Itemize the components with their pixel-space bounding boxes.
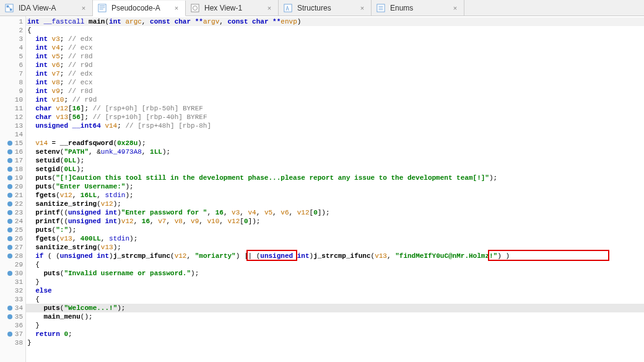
code-line[interactable]: int v9; // r8d bbox=[26, 87, 644, 95]
code-line[interactable]: } bbox=[26, 321, 644, 330]
gutter[interactable]: 1234567891011121314151617181920212223242… bbox=[0, 16, 26, 362]
gutter-row[interactable]: 14 bbox=[0, 130, 25, 139]
code-line[interactable]: int __fastcall main(int argc, const char… bbox=[26, 17, 644, 26]
breakpoint-marker[interactable] bbox=[7, 288, 12, 293]
close-icon[interactable]: × bbox=[451, 4, 459, 12]
gutter-row[interactable]: 37 bbox=[0, 330, 25, 338]
close-icon[interactable]: × bbox=[266, 4, 273, 12]
code-line[interactable]: int v5; // r8d bbox=[26, 52, 644, 61]
tab-hex-view-1[interactable]: Hex View-1× bbox=[186, 0, 279, 15]
breakpoint-marker[interactable] bbox=[7, 201, 12, 206]
gutter-row[interactable]: 1 bbox=[0, 17, 25, 26]
breakpoint-marker[interactable] bbox=[7, 314, 12, 319]
gutter-row[interactable]: 9 bbox=[0, 87, 25, 95]
code-line[interactable]: puts("Enter Username:"); bbox=[26, 182, 644, 191]
code-line[interactable]: { bbox=[26, 295, 644, 304]
breakpoint-marker[interactable] bbox=[7, 167, 12, 172]
breakpoint-marker[interactable] bbox=[7, 132, 12, 137]
code-line[interactable]: else bbox=[26, 286, 644, 295]
code-line[interactable]: } bbox=[26, 278, 644, 286]
code-line[interactable]: int v6; // r9d bbox=[26, 61, 644, 69]
gutter-row[interactable]: 17 bbox=[0, 156, 25, 165]
gutter-row[interactable]: 5 bbox=[0, 52, 25, 61]
code-line[interactable]: fgets(v12, 16LL, stdin); bbox=[26, 191, 644, 200]
breakpoint-marker[interactable] bbox=[11, 63, 16, 68]
gutter-row[interactable]: 19 bbox=[0, 174, 25, 182]
breakpoint-marker[interactable] bbox=[11, 71, 16, 76]
close-icon[interactable]: × bbox=[80, 4, 87, 12]
code-line[interactable]: return 0; bbox=[26, 330, 644, 338]
breakpoint-marker[interactable] bbox=[7, 236, 12, 241]
code-line[interactable]: int v10; // r9d bbox=[26, 95, 644, 104]
gutter-row[interactable]: 11 bbox=[0, 104, 25, 113]
breakpoint-marker[interactable] bbox=[7, 115, 12, 120]
breakpoint-marker[interactable] bbox=[7, 340, 12, 345]
code-line[interactable]: sanitize_string(v13); bbox=[26, 243, 644, 252]
tab-enums[interactable]: Enums× bbox=[372, 0, 464, 15]
breakpoint-marker[interactable] bbox=[7, 254, 12, 258]
code-line[interactable]: int v3; // edx bbox=[26, 35, 644, 43]
code-line[interactable]: int v4; // ecx bbox=[26, 43, 644, 52]
gutter-row[interactable]: 10 bbox=[0, 95, 25, 104]
breakpoint-marker[interactable] bbox=[7, 175, 12, 180]
breakpoint-marker[interactable] bbox=[7, 332, 12, 337]
gutter-row[interactable]: 20 bbox=[0, 182, 25, 191]
code-line[interactable]: printf((unsigned int)"Enter password for… bbox=[26, 208, 644, 217]
breakpoint-marker[interactable] bbox=[7, 280, 12, 285]
code-line[interactable]: if ( (unsigned int)j_strcmp_ifunc(v12, "… bbox=[26, 252, 644, 260]
code-line[interactable]: unsigned __int64 v14; // [rsp+48h] [rbp-… bbox=[26, 121, 644, 130]
gutter-row[interactable]: 8 bbox=[0, 78, 25, 87]
code-line[interactable]: setuid(0LL); bbox=[26, 156, 644, 165]
gutter-row[interactable]: 3 bbox=[0, 35, 25, 43]
code-line[interactable]: sanitize_string(v12); bbox=[26, 200, 644, 208]
breakpoint-marker[interactable] bbox=[11, 45, 16, 50]
gutter-row[interactable]: 28 bbox=[0, 252, 25, 260]
code-line[interactable]: puts("Invalid username or password."); bbox=[26, 269, 644, 278]
gutter-row[interactable]: 26 bbox=[0, 234, 25, 243]
gutter-row[interactable]: 33 bbox=[0, 295, 25, 304]
breakpoint-marker[interactable] bbox=[11, 28, 16, 33]
gutter-row[interactable]: 15 bbox=[0, 139, 25, 148]
tab-pseudocode-a[interactable]: Pseudocode-A× bbox=[93, 1, 186, 16]
breakpoint-marker[interactable] bbox=[11, 54, 16, 59]
tab-ida-view-a[interactable]: IDA View-A× bbox=[0, 0, 93, 15]
code-line[interactable]: int v8; // ecx bbox=[26, 78, 644, 87]
breakpoint-marker[interactable] bbox=[7, 210, 12, 215]
gutter-row[interactable]: 18 bbox=[0, 165, 25, 174]
gutter-row[interactable]: 4 bbox=[0, 43, 25, 52]
gutter-row[interactable]: 32 bbox=[0, 286, 25, 295]
breakpoint-marker[interactable] bbox=[7, 227, 12, 232]
code-line[interactable]: char v13[56]; // [rsp+10h] [rbp-40h] BYR… bbox=[26, 113, 644, 121]
code-line[interactable]: setenv("PATH", &unk_4973A8, 1LL); bbox=[26, 148, 644, 156]
breakpoint-marker[interactable] bbox=[7, 323, 12, 328]
breakpoint-marker[interactable] bbox=[11, 80, 16, 85]
breakpoint-marker[interactable] bbox=[7, 245, 12, 250]
gutter-row[interactable]: 31 bbox=[0, 278, 25, 286]
code-line[interactable]: { bbox=[26, 260, 644, 269]
code-line[interactable]: puts("Welcome...!"); bbox=[26, 304, 644, 312]
breakpoint-marker[interactable] bbox=[7, 158, 12, 163]
gutter-row[interactable]: 21 bbox=[0, 191, 25, 200]
code-line[interactable]: fgets(v13, 400LL, stdin); bbox=[26, 234, 644, 243]
gutter-row[interactable]: 35 bbox=[0, 312, 25, 321]
breakpoint-marker[interactable] bbox=[7, 97, 12, 102]
code-line[interactable]: char v12[16]; // [rsp+0h] [rbp-50h] BYRE… bbox=[26, 104, 644, 113]
close-icon[interactable]: × bbox=[173, 4, 180, 12]
code-line[interactable]: setgid(0LL); bbox=[26, 165, 644, 174]
gutter-row[interactable]: 2 bbox=[0, 26, 25, 35]
code-line[interactable]: main_menu(); bbox=[26, 312, 644, 321]
code-line[interactable]: puts("[!]Caution this tool still in the … bbox=[26, 174, 644, 182]
gutter-row[interactable]: 7 bbox=[0, 69, 25, 78]
code-view[interactable]: int __fastcall main(int argc, const char… bbox=[26, 16, 644, 362]
gutter-row[interactable]: 34 bbox=[0, 304, 25, 312]
gutter-row[interactable]: 27 bbox=[0, 243, 25, 252]
breakpoint-marker[interactable] bbox=[7, 184, 12, 189]
breakpoint-marker[interactable] bbox=[7, 149, 12, 154]
code-line[interactable]: printf((unsigned int)v12, 16, v7, v8, v9… bbox=[26, 217, 644, 226]
gutter-row[interactable]: 29 bbox=[0, 260, 25, 269]
breakpoint-marker[interactable] bbox=[7, 262, 12, 267]
breakpoint-marker[interactable] bbox=[11, 37, 16, 42]
breakpoint-marker[interactable] bbox=[7, 193, 12, 198]
code-line[interactable]: int v7; // edx bbox=[26, 69, 644, 78]
breakpoint-marker[interactable] bbox=[7, 123, 12, 128]
